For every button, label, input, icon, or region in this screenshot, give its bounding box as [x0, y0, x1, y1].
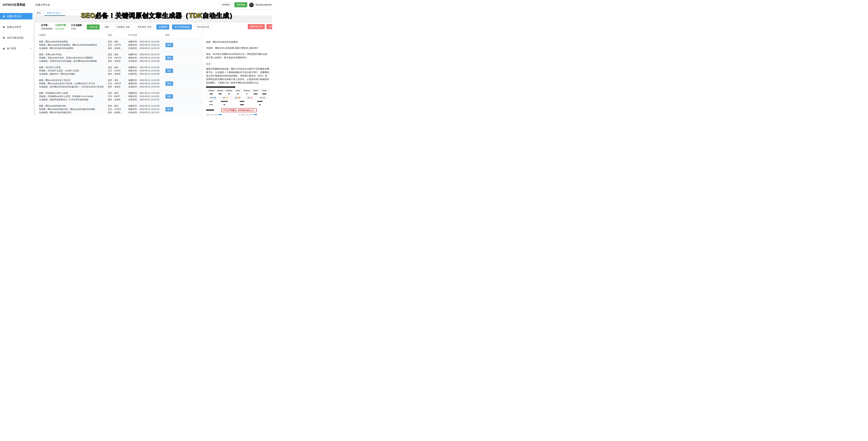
row-double-title: 双标题：百度seo技术优化，百度seo排名优化公司哪家好: [39, 56, 108, 60]
avatar[interactable]: [249, 3, 254, 7]
row-generated: 生成时间： 2024-05-21 14:22:41: [128, 111, 165, 114]
home-icon: [3, 26, 5, 28]
col-action: 操作: [165, 34, 203, 37]
tab-label: 批量文章生成: [47, 12, 60, 14]
row-gen-title: 生成标题：探秘跨境电商SEO：打开全球市场的钥匙: [39, 98, 108, 101]
row-created: 创建时间： 2024-05-21 14:12:53: [128, 78, 165, 82]
row-created: 创建时间： 2024-05-21 14:12:53: [128, 104, 165, 108]
app-logo: 147SEO文章系统: [0, 3, 33, 7]
sidebar-item-account[interactable]: 账户管理: [0, 45, 33, 52]
tab-label: 首页: [37, 12, 41, 14]
refresh-button[interactable]: 刷新: [102, 25, 111, 30]
sidebar-item-batch-article[interactable]: 批量文章生成: [0, 13, 32, 20]
row-status: 状态：成功: [108, 92, 128, 95]
row-words: 正文：1233字: [108, 108, 128, 111]
row-publish: 发布：未发布: [108, 72, 128, 76]
row-title: 标题：网站seo如何优化效果好: [39, 40, 108, 43]
main-card: 总字数： 200000000 已使用字数： 8431800 已生成篇数： 771…: [35, 23, 272, 115]
start-generate-button[interactable]: 开始生成: [87, 25, 100, 30]
row-double-title: 双标题：网站seo如何优化效果好，网站seo如何优化效果好些: [39, 43, 108, 47]
row-status: 状态：成功: [108, 53, 128, 56]
sidebar-item-label: 批量文章生成: [7, 15, 21, 18]
row-generated: 生成时间： 2024-05-21 14:22:59: [128, 72, 165, 76]
row-double-title: 双标题：网站seo排名优化工具在线，seo网站优化工具大全: [39, 82, 108, 85]
preview-button[interactable]: 预览: [165, 107, 173, 112]
preview-button[interactable]: 预览: [165, 43, 173, 47]
sidebar-item-label: 账户管理: [7, 47, 16, 50]
preview-button[interactable]: 预览: [165, 56, 173, 60]
preview-body-label: 正文：: [206, 62, 270, 66]
tab-home[interactable]: 首页: [34, 10, 43, 15]
row-publish: 发布：未发布: [108, 85, 128, 89]
sidebar-item-keyword-mining[interactable]: 实时关键词挖掘: [0, 35, 33, 41]
row-title: 标题：SEO是什么意思: [39, 66, 108, 69]
col-import-time: 导入时间: [128, 34, 165, 37]
weight-badge-icon: [226, 97, 228, 99]
row-double-title: 双标题：网站seo如何做好优化，网站seo如何做好优化策略: [39, 108, 108, 111]
preview-description: 描述：本文将介绍网站SEO的优化方法，帮助您提升网站在搜索引擎上的排名，吸引更多…: [206, 53, 270, 59]
row-generated: 生成时间： 2024-05-21 14:22:51: [128, 98, 165, 101]
contact-support-button[interactable]: 联系客服: [235, 2, 247, 7]
import-keywords-button[interactable]: 导入关键词/标题: [172, 25, 192, 30]
weight-badge-icon: [214, 97, 216, 99]
row-gen-title: 生成标题：网站SEO如何优化效果好: [39, 47, 108, 50]
breadcrumb: 批量文章生成: [36, 3, 50, 6]
tab-batch-article[interactable]: 批量文章生成 ×: [44, 10, 65, 15]
row-created: 创建时间： 2024-05-21 14:12:53: [128, 40, 165, 43]
row-publish: 发布：未发布: [108, 60, 128, 63]
stat-value: 200000000: [41, 27, 53, 30]
row-words: 正文：2301字: [108, 56, 128, 60]
weight-badge-icon: [263, 97, 265, 99]
row-updated: 更新时间： 2024-05-21 14:23:13: [128, 43, 165, 47]
stat-label: 已生成篇数：: [71, 24, 84, 27]
row-publish: 发布：未发布: [108, 47, 128, 50]
top-bar: 147SEO文章系统 批量文章生成 使用教程 联系客服 65e4811dfb64…: [0, 0, 272, 10]
global-config-button[interactable]: 全局配置: [156, 25, 169, 30]
stat-total-words: 总字数： 200000000: [41, 24, 53, 30]
tutorial-button[interactable]: 使用教程: [220, 2, 232, 7]
table-row: 标题：网站seo排名优化工具在线 双标题：网站seo排名优化工具在线，seo网站…: [39, 77, 203, 90]
row-gen-title: 生成标题：百度SEO技术优化指南：提升网站排名的关键策略: [39, 60, 108, 63]
row-publish: 发布：未发布: [108, 98, 128, 101]
row-words: 正文：1062字: [108, 82, 128, 85]
col-keyword: 关键词: [39, 34, 108, 37]
row-updated: 更新时间： 2024-05-21 14:22:59: [128, 69, 165, 72]
user-id: 65e4811dfb644f: [255, 3, 272, 6]
sidebar: 批量文章生成 批量站点管理 实时关键词挖掘 账户管理: [0, 9, 33, 115]
row-generated: 生成时间： 2024-05-21 14:23:13: [128, 47, 165, 50]
publish-status-select[interactable]: 发布状态: 全部: [135, 25, 154, 30]
table-row: 标题：网站seo如何做好优化 双标题：网站seo如何做好优化，网站seo如何做好…: [39, 103, 203, 115]
row-status: 状态：成功: [108, 104, 128, 108]
preview-button[interactable]: 预览: [165, 82, 173, 86]
preview-button[interactable]: 预览: [165, 69, 173, 73]
case-caption-illegible: [206, 86, 235, 88]
row-updated: 更新时间： 2024-05-21 14:22:41: [128, 108, 165, 111]
row-gen-title: 生成标题：提升网站SEO排名的必备利器——SEO排名优化工具在线: [39, 85, 108, 89]
sidebar-item-batch-site[interactable]: 批量站点管理: [0, 24, 33, 30]
row-generated: 生成时间： 2024-05-21 14:22:59: [128, 60, 165, 63]
generate-status-select[interactable]: 生成状态: 全部: [114, 25, 132, 30]
stat-label: 已使用字数：: [55, 24, 68, 27]
table-row: 标题：网站seo如何优化效果好 双标题：网站seo如何优化效果好，网站seo如何…: [39, 39, 203, 52]
home-icon: [3, 47, 5, 50]
row-title: 标题：百度seo技术优化: [39, 53, 108, 56]
row-generated: 生成时间： 2024-05-21 14:22:54: [128, 85, 165, 89]
stat-generated-count: 已生成篇数： 7710: [71, 24, 84, 30]
table-row: 标题：SEO是什么意思 双标题：SEO是什么意思，seo是什么意思 生成标题：揭…: [39, 64, 203, 77]
topbar-right: 使用教程 联系客服 65e4811dfb644f: [220, 0, 272, 9]
row-words: 正文：954字: [108, 95, 128, 98]
preview-button[interactable]: 预览: [165, 94, 173, 99]
home-icon: [3, 36, 5, 39]
table-row: 标题：百度seo技术优化 双标题：百度seo技术优化，百度seo排名优化公司哪家…: [39, 52, 203, 64]
row-updated: 更新时间： 2024-05-21 14:22:59: [128, 56, 165, 60]
preview-title: 标题：网站SEO如何优化效果好: [206, 40, 270, 44]
weight-badge-icon: [239, 97, 241, 99]
close-icon[interactable]: ×: [61, 12, 62, 14]
row-title: 标题：网站seo如何做好优化: [39, 104, 108, 108]
row-words: 正文：1116字: [108, 69, 128, 72]
row-status: 状态：成功: [108, 78, 128, 82]
row-status: 状态：成功: [108, 40, 128, 43]
chevron-down-icon: [30, 47, 31, 49]
preview-body: 随着互联网的快速发展，网站已经成为企业展示产品和服务的重要平台。仅仅拥有一个美观…: [206, 67, 270, 85]
sidebar-item-label: 实时关键词挖掘: [7, 36, 24, 39]
